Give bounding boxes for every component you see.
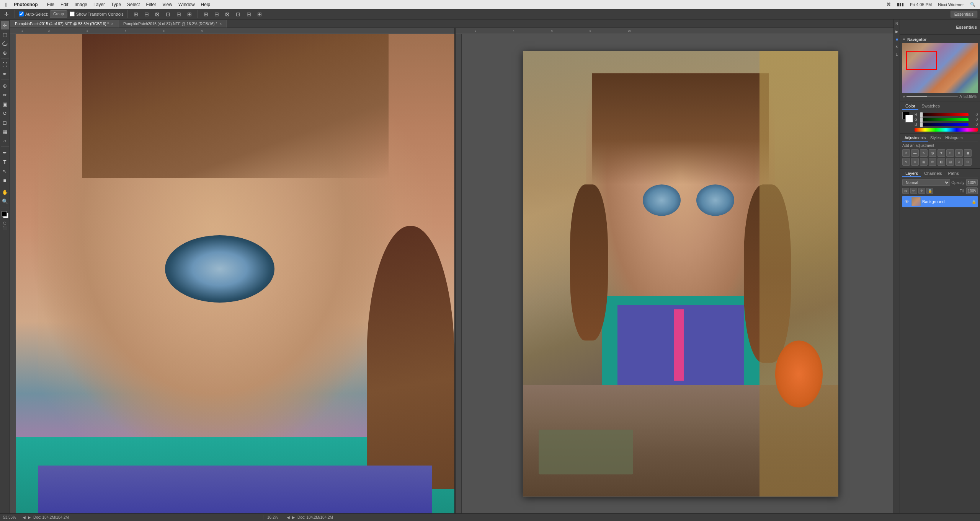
canvas-inner-right[interactable] (462, 34, 900, 513)
layers-tab-channels[interactable]: Channels (921, 170, 945, 177)
adj-color-balance-icon[interactable]: ≡ (955, 149, 963, 157)
strip-navigator-btn[interactable]: N (894, 21, 900, 26)
tool-move[interactable]: ✛ (1, 21, 9, 29)
menu-file[interactable]: File (44, 0, 57, 9)
app-name[interactable]: Photoshop (14, 2, 38, 7)
adj-curves-icon[interactable]: ∿ (920, 149, 928, 157)
status-arrow-right[interactable]: ◀ (287, 515, 290, 519)
adj-gradient-map-icon[interactable]: ▦ (920, 158, 928, 166)
tool-crop[interactable]: ⛶ (1, 60, 9, 69)
adj-bw-icon[interactable]: ◼ (964, 149, 972, 157)
tool-marquee[interactable]: ⬚ (1, 30, 9, 39)
adj-selective-color-icon[interactable]: ⊗ (929, 158, 936, 166)
tool-zoom[interactable]: 🔍 (1, 197, 9, 205)
show-transform-checkbox[interactable] (70, 11, 75, 16)
lock-image-icon[interactable]: ✏ (910, 188, 917, 194)
align-bottom-icon[interactable]: ⊞ (185, 10, 194, 18)
auto-select-checkbox[interactable] (19, 11, 24, 16)
tool-hand[interactable]: ✋ (1, 188, 9, 196)
layers-tab-paths[interactable]: Paths (945, 170, 962, 177)
tool-brush[interactable]: ✏ (1, 91, 9, 99)
adj-hsl-icon[interactable]: H (946, 149, 954, 157)
tool-eyedropper[interactable]: ✒ (1, 70, 9, 78)
blue-value[interactable]: 0 (970, 122, 978, 127)
adj-channel-mix-icon[interactable]: ⊙ (964, 158, 972, 166)
menu-type[interactable]: Type (108, 0, 124, 9)
red-track[interactable] (920, 113, 969, 116)
tool-eraser[interactable]: ◻ (1, 118, 9, 127)
adj-hue-icon[interactable]: ⊕ (911, 158, 919, 166)
tool-healing[interactable]: ⊕ (1, 81, 9, 90)
adj-threshold-icon[interactable]: ◧ (938, 158, 945, 166)
layer-lock-icon[interactable]: 🔒 (972, 200, 976, 204)
distribute-right-icon[interactable]: ⊠ (223, 10, 232, 18)
nav-zoom-value[interactable]: 53.65% (964, 94, 977, 99)
adj-tab-adjustments[interactable]: Adjustments (902, 135, 928, 142)
strip-layers-btn[interactable]: L (894, 52, 900, 57)
adj-posterize-icon[interactable]: ▤ (946, 158, 954, 166)
menu-view[interactable]: View (159, 0, 175, 9)
tool-dodge[interactable]: ○ (1, 137, 9, 145)
menu-layer[interactable]: Layer (90, 0, 108, 9)
layer-name[interactable]: Background (922, 199, 970, 204)
adj-tab-styles[interactable]: Styles (928, 135, 943, 142)
foreground-background-colors[interactable] (1, 210, 9, 219)
navigator-preview[interactable] (902, 43, 978, 93)
color-tab[interactable]: Color (902, 103, 918, 110)
layer-row-background[interactable]: 👁 Background 🔒 (902, 196, 978, 207)
distribute-middle-icon[interactable]: ⊟ (245, 10, 253, 18)
tool-shape[interactable]: ■ (1, 176, 9, 184)
auto-select-group-btn[interactable]: Group (50, 10, 67, 18)
adj-vibrance-icon[interactable]: V (902, 158, 910, 166)
fill-value[interactable] (966, 187, 978, 194)
quick-mask-btn[interactable]: ⬡ (3, 221, 7, 225)
status-arrow-right-2[interactable]: ▶ (292, 515, 295, 519)
foreground-color[interactable] (2, 211, 7, 217)
distribute-bottom-icon[interactable]: ⊞ (255, 10, 264, 18)
layers-tab-layers[interactable]: Layers (902, 170, 921, 177)
adj-tab-histogram[interactable]: Histogram (943, 135, 965, 142)
tool-quick-select[interactable]: ⊕ (1, 49, 9, 57)
nav-zoom-slider[interactable] (906, 96, 958, 97)
bg-swatch[interactable] (905, 115, 913, 122)
adj-exposure-icon[interactable]: ◑ (929, 149, 936, 157)
tool-history-brush[interactable]: ↺ (1, 109, 9, 117)
tab-2-close[interactable]: × (219, 22, 222, 26)
zoom-left[interactable]: 53.55% (3, 515, 20, 519)
lock-position-icon[interactable]: ✛ (918, 188, 925, 194)
tool-type[interactable]: T (1, 158, 9, 166)
adj-invert-icon[interactable]: ⊘ (955, 158, 963, 166)
apple-menu[interactable]:  (3, 2, 9, 8)
tool-stamp[interactable]: ▣ (1, 100, 9, 108)
menu-image[interactable]: Image (72, 0, 90, 9)
blue-track[interactable] (920, 123, 969, 126)
canvas-inner-left[interactable] (16, 34, 454, 513)
adj-levels-icon[interactable]: ▬ (911, 149, 919, 157)
status-arrow-left-2[interactable]: ▶ (28, 515, 31, 519)
swatches-tab[interactable]: Swatches (918, 103, 943, 110)
distribute-left-icon[interactable]: ⊞ (202, 10, 210, 18)
menu-window[interactable]: Window (175, 0, 198, 9)
menu-help[interactable]: Help (198, 0, 214, 9)
layer-visibility-icon[interactable]: 👁 (904, 199, 910, 205)
search-icon[interactable]: 🔍 (970, 2, 975, 7)
green-slider-thumb[interactable] (920, 117, 923, 122)
adj-more-icon[interactable]: ▼ (938, 149, 945, 157)
green-value[interactable]: 0 (970, 117, 978, 122)
strip-color-btn[interactable]: ■ (894, 36, 900, 42)
align-center-icon[interactable]: ⊟ (142, 10, 151, 18)
red-value[interactable]: 0 (970, 112, 978, 117)
align-right-icon[interactable]: ⊠ (153, 10, 162, 18)
menu-select[interactable]: Select (124, 0, 143, 9)
green-track[interactable] (920, 118, 969, 121)
align-left-icon[interactable]: ⊞ (132, 10, 140, 18)
strip-adjustments-btn[interactable]: ☀ (894, 44, 900, 49)
align-middle-icon[interactable]: ⊟ (175, 10, 183, 18)
canvas-tab-2[interactable]: PumpkinPatch2015 (4 of 87).NEF @ 16.2% (… (118, 20, 227, 28)
adj-brightness-icon[interactable]: ☀ (902, 149, 910, 157)
tool-pen[interactable]: ✒ (1, 148, 9, 157)
red-slider-thumb[interactable] (920, 112, 923, 117)
lock-transparent-icon[interactable]: ⊠ (902, 188, 909, 194)
lock-all-icon[interactable]: 🔒 (926, 188, 933, 194)
tool-lasso[interactable] (1, 39, 9, 48)
